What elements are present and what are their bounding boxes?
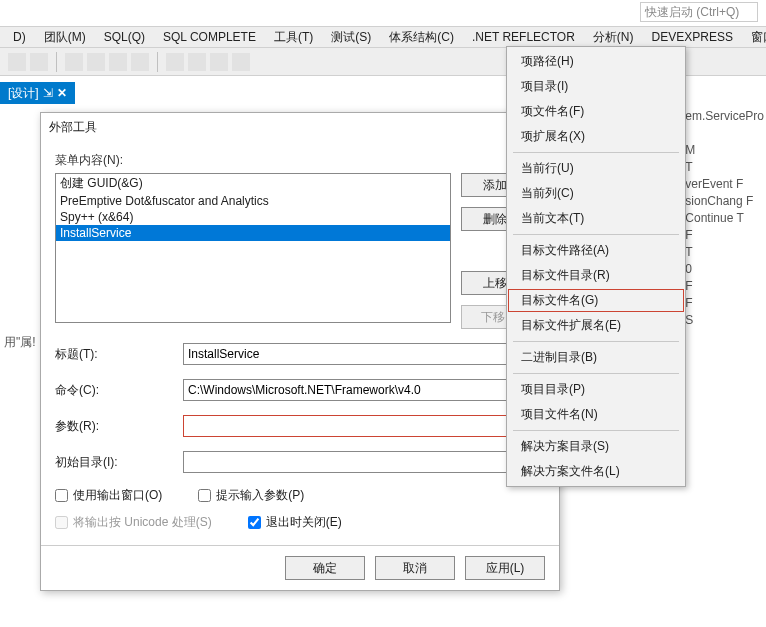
menu-item[interactable]: 测试(S)	[322, 26, 380, 49]
toolbar-btn[interactable]	[109, 53, 127, 71]
menu-item[interactable]: SQL COMPLETE	[154, 27, 265, 47]
menu-item[interactable]: 团队(M)	[35, 26, 95, 49]
list-item[interactable]: PreEmptive Dot&fuscator and Analytics	[56, 193, 450, 209]
checkbox-label: 将输出按 Unicode 处理(S)	[73, 514, 212, 531]
menu-item[interactable]: 窗口	[742, 26, 766, 49]
prompt-for-args-checkbox[interactable]: 提示输入参数(P)	[198, 487, 304, 504]
toolbar-btn[interactable]	[232, 53, 250, 71]
context-menu-item[interactable]: 当前文本(T)	[507, 206, 685, 231]
menubar: D)团队(M)SQL(Q)SQL COMPLETE工具(T)测试(S)体系结构(…	[0, 26, 766, 48]
menu-item[interactable]: D)	[4, 27, 35, 47]
checkbox-label: 提示输入参数(P)	[216, 487, 304, 504]
menu-separator	[513, 430, 679, 431]
menu-item[interactable]: 体系结构(C)	[380, 26, 463, 49]
menu-separator	[513, 152, 679, 153]
menu-item[interactable]: DEVEXPRESS	[643, 27, 742, 47]
menu-separator	[513, 373, 679, 374]
context-menu-item[interactable]: 当前行(U)	[507, 156, 685, 181]
designer-hint-text: 用"属!	[4, 334, 36, 351]
use-output-window-checkbox[interactable]: 使用输出窗口(O)	[55, 487, 162, 504]
list-item[interactable]: Spy++ (x&64)	[56, 209, 450, 225]
context-menu-item[interactable]: 项目录(I)	[507, 74, 685, 99]
toolbar-btn[interactable]	[166, 53, 184, 71]
ok-button[interactable]: 确定	[285, 556, 365, 580]
properties-text: F	[685, 227, 764, 244]
tab-close-icon[interactable]: ✕	[57, 86, 67, 100]
context-menu-item[interactable]: 解决方案文件名(L)	[507, 459, 685, 484]
properties-text: Continue T	[685, 210, 764, 227]
command-field[interactable]	[183, 379, 515, 401]
list-item[interactable]: 创建 GUID(&G)	[56, 174, 450, 193]
toolbar-btn[interactable]	[8, 53, 26, 71]
quick-launch-input[interactable]: 快速启动 (Ctrl+Q)	[640, 2, 758, 22]
properties-text: 0	[685, 261, 764, 278]
list-item[interactable]: InstallService	[56, 225, 450, 241]
dialog-title: 外部工具	[49, 119, 97, 136]
checkbox-label: 使用输出窗口(O)	[73, 487, 162, 504]
properties-text: M	[685, 142, 764, 159]
context-menu-item[interactable]: 解决方案目录(S)	[507, 434, 685, 459]
checkbox-input	[55, 516, 68, 529]
context-menu-item[interactable]: 项文件名(F)	[507, 99, 685, 124]
toolbar-btn[interactable]	[30, 53, 48, 71]
checkbox-input[interactable]	[198, 489, 211, 502]
context-menu-item[interactable]: 项路径(H)	[507, 49, 685, 74]
initialdir-label: 初始目录(I):	[55, 454, 175, 471]
arguments-context-menu: 项路径(H)项目录(I)项文件名(F)项扩展名(X)当前行(U)当前列(C)当前…	[506, 46, 686, 487]
initialdir-field[interactable]	[183, 451, 515, 473]
toolbar-btn[interactable]	[87, 53, 105, 71]
checkbox-input[interactable]	[55, 489, 68, 502]
tab-pin-icon[interactable]: ⇲	[43, 86, 53, 100]
dialog-titlebar: 外部工具 ? ✕	[41, 113, 559, 142]
properties-text: sionChang F	[685, 193, 764, 210]
checkbox-label: 退出时关闭(E)	[266, 514, 342, 531]
properties-text: F	[685, 295, 764, 312]
menu-item[interactable]: 工具(T)	[265, 26, 322, 49]
toolbar-separator	[56, 52, 57, 72]
context-menu-item[interactable]: 项目目录(P)	[507, 377, 685, 402]
properties-text	[685, 125, 764, 142]
arguments-field[interactable]	[183, 415, 515, 437]
document-tab[interactable]: [设计] ⇲ ✕	[0, 82, 75, 104]
menu-separator	[513, 234, 679, 235]
properties-text: T	[685, 159, 764, 176]
checkbox-input[interactable]	[248, 516, 261, 529]
tab-label: [设计]	[8, 85, 39, 102]
menu-item[interactable]: .NET REFLECTOR	[463, 27, 584, 47]
document-tab-strip: [设计] ⇲ ✕	[0, 82, 75, 104]
unicode-output-checkbox: 将输出按 Unicode 处理(S)	[55, 514, 212, 531]
properties-text: F	[685, 278, 764, 295]
apply-button[interactable]: 应用(L)	[465, 556, 545, 580]
menu-contents-label: 菜单内容(N):	[55, 152, 545, 169]
context-menu-item[interactable]: 项目文件名(N)	[507, 402, 685, 427]
properties-text: em.ServicePro	[685, 108, 764, 125]
menu-separator	[513, 341, 679, 342]
command-label: 命令(C):	[55, 382, 175, 399]
background-properties-panel: em.ServicePro MTverEvent FsionChang FCon…	[685, 108, 764, 329]
quick-launch-placeholder: 快速启动 (Ctrl+Q)	[645, 4, 739, 21]
external-tools-dialog: 外部工具 ? ✕ 菜单内容(N): 创建 GUID(&G)PreEmptive …	[40, 112, 560, 591]
context-menu-item[interactable]: 目标文件名(G)	[507, 288, 685, 313]
close-on-exit-checkbox[interactable]: 退出时关闭(E)	[248, 514, 342, 531]
properties-text: S	[685, 312, 764, 329]
title-label: 标题(T):	[55, 346, 175, 363]
title-field[interactable]	[183, 343, 545, 365]
context-menu-item[interactable]: 目标文件目录(R)	[507, 263, 685, 288]
toolbar-btn[interactable]	[131, 53, 149, 71]
toolbar-btn[interactable]	[210, 53, 228, 71]
toolbar-btn[interactable]	[188, 53, 206, 71]
context-menu-item[interactable]: 二进制目录(B)	[507, 345, 685, 370]
cancel-button[interactable]: 取消	[375, 556, 455, 580]
arguments-label: 参数(R):	[55, 418, 175, 435]
context-menu-item[interactable]: 目标文件路径(A)	[507, 238, 685, 263]
properties-text: verEvent F	[685, 176, 764, 193]
toolbar-btn[interactable]	[65, 53, 83, 71]
toolbar-separator	[157, 52, 158, 72]
menu-contents-listbox[interactable]: 创建 GUID(&G)PreEmptive Dot&fuscator and A…	[55, 173, 451, 323]
menu-item[interactable]: SQL(Q)	[95, 27, 154, 47]
context-menu-item[interactable]: 当前列(C)	[507, 181, 685, 206]
properties-text: T	[685, 244, 764, 261]
context-menu-item[interactable]: 项扩展名(X)	[507, 124, 685, 149]
context-menu-item[interactable]: 目标文件扩展名(E)	[507, 313, 685, 338]
